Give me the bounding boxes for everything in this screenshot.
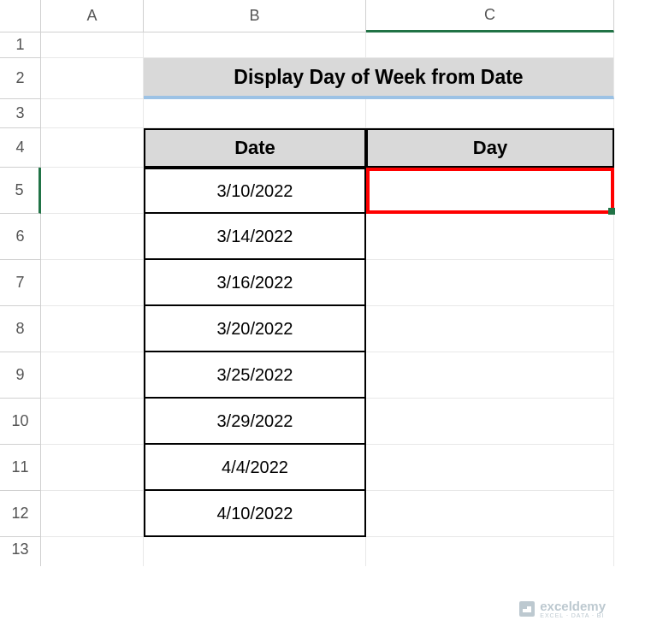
cell-b11-date[interactable]: 4/4/2022 (144, 445, 366, 491)
cell-c10[interactable] (366, 399, 614, 445)
cell-a12[interactable] (41, 491, 144, 537)
cell-a4[interactable] (41, 128, 144, 168)
cell-b5-date[interactable]: 3/10/2022 (144, 168, 366, 214)
watermark-sub: EXCEL · DATA · BI (540, 612, 606, 618)
row-header-8[interactable]: 8 (0, 306, 41, 352)
row-header-5[interactable]: 5 (0, 168, 41, 214)
spreadsheet-grid: A B C 1 2 Display Day of Week from Date … (0, 0, 657, 566)
cell-c1[interactable] (366, 32, 614, 58)
row-header-7[interactable]: 7 (0, 260, 41, 306)
col-header-c[interactable]: C (366, 0, 614, 32)
cell-a10[interactable] (41, 399, 144, 445)
cell-c5-day[interactable] (366, 168, 614, 214)
cell-c7[interactable] (366, 260, 614, 306)
cell-c6[interactable] (366, 214, 614, 260)
header-day[interactable]: Day (366, 128, 614, 168)
cell-a1[interactable] (41, 32, 144, 58)
cell-b6-date[interactable]: 3/14/2022 (144, 214, 366, 260)
row-header-1[interactable]: 1 (0, 32, 41, 58)
row-header-13[interactable]: 13 (0, 537, 41, 566)
cell-a5[interactable] (41, 168, 144, 214)
watermark: exceldemy EXCEL · DATA · BI (519, 600, 606, 618)
row-header-6[interactable]: 6 (0, 214, 41, 260)
corner-select-all[interactable] (0, 0, 41, 32)
watermark-text: exceldemy EXCEL · DATA · BI (540, 600, 606, 618)
cell-c9[interactable] (366, 352, 614, 399)
cell-b9-date[interactable]: 3/25/2022 (144, 352, 366, 399)
cell-b1[interactable] (144, 32, 366, 58)
cell-c8[interactable] (366, 306, 614, 352)
cell-b7-date[interactable]: 3/16/2022 (144, 260, 366, 306)
row-header-3[interactable]: 3 (0, 99, 41, 128)
cell-a11[interactable] (41, 445, 144, 491)
header-date[interactable]: Date (144, 128, 366, 168)
watermark-main: exceldemy (540, 600, 606, 612)
row-header-2[interactable]: 2 (0, 58, 41, 99)
cell-a7[interactable] (41, 260, 144, 306)
cell-b3[interactable] (144, 99, 366, 128)
cell-b13[interactable] (144, 537, 366, 566)
cell-a13[interactable] (41, 537, 144, 566)
cell-a8[interactable] (41, 306, 144, 352)
cell-a2[interactable] (41, 58, 144, 99)
cell-a9[interactable] (41, 352, 144, 399)
cell-c12[interactable] (366, 491, 614, 537)
cell-c13[interactable] (366, 537, 614, 566)
col-header-a[interactable]: A (41, 0, 144, 32)
cell-b8-date[interactable]: 3/20/2022 (144, 306, 366, 352)
row-header-4[interactable]: 4 (0, 128, 41, 168)
cell-b10-date[interactable]: 3/29/2022 (144, 399, 366, 445)
svg-rect-1 (523, 606, 527, 609)
row-header-10[interactable]: 10 (0, 399, 41, 445)
row-header-12[interactable]: 12 (0, 491, 41, 537)
row-header-9[interactable]: 9 (0, 352, 41, 399)
cell-b12-date[interactable]: 4/10/2022 (144, 491, 366, 537)
col-header-b[interactable]: B (144, 0, 366, 32)
watermark-icon (519, 601, 535, 617)
cell-a3[interactable] (41, 99, 144, 128)
cell-c11[interactable] (366, 445, 614, 491)
row-header-11[interactable]: 11 (0, 445, 41, 491)
cell-c3[interactable] (366, 99, 614, 128)
title-cell[interactable]: Display Day of Week from Date (144, 58, 614, 99)
cell-a6[interactable] (41, 214, 144, 260)
